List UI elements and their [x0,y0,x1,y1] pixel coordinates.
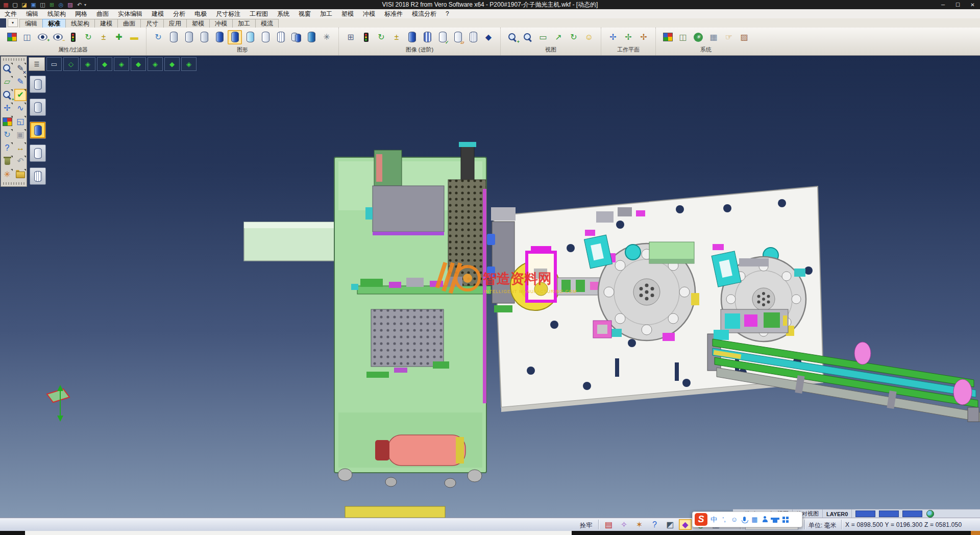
minimize-button[interactable]: ─ [936,0,950,9]
view-iso-2-icon[interactable]: ◈ [80,57,95,71]
annotate-cyl-icon[interactable]: ▱ [451,30,465,44]
sogou-logo-icon[interactable]: S [695,513,707,526]
palette-grip[interactable] [3,182,24,185]
ime-toolbox-icon[interactable] [781,515,789,525]
pick-wand-icon[interactable]: ✧ [618,519,630,530]
menu-item[interactable]: 视窗 [294,9,315,18]
taskbar-window-sliver[interactable] [25,531,572,535]
menu-item[interactable]: 模流分析 [407,9,441,18]
viewport-3d[interactable]: 智造资料网 INTELLIGENT MANUFACTURING.COM ☰▭◇◈… [0,55,980,519]
view-iso-6-icon[interactable]: ◈ [148,57,163,71]
coordinate-field-3[interactable] [902,510,922,517]
cad-model-scene[interactable]: 智造资料网 INTELLIGENT MANUFACTURING.COM [0,55,980,519]
shading-refresh-icon[interactable]: ↻ [151,30,165,44]
properties-view-icon[interactable]: ◫ [20,30,34,44]
shaded-edges-cyl-icon[interactable] [228,30,242,44]
menu-item[interactable]: 电极 [190,9,211,18]
solid-prism-icon[interactable]: ◆ [481,30,496,44]
regenerate-icon[interactable]: ↻ [1,129,13,141]
menu-item[interactable]: 标准件 [380,9,407,18]
tab-dimension[interactable]: 尺寸 [140,19,164,28]
select-filter-icon[interactable]: ☞ [722,30,736,44]
transparent-cyl-icon[interactable] [243,30,257,44]
tab-standard[interactable]: 标准 [42,19,66,28]
navigate-wheel-icon[interactable]: ✳ [1,168,13,181]
plusminus-cube-icon[interactable]: ± [389,30,404,44]
zoom-all-icon[interactable] [521,30,535,44]
solid-cube-icon[interactable]: ▣ [14,129,27,141]
dynamic-mode-icon[interactable]: ◆ [679,519,692,530]
tab-wireframe[interactable]: 线架构 [65,19,95,28]
menu-item[interactable]: 网格 [70,9,92,18]
menu-item[interactable]: 塑模 [337,9,358,18]
tab-modelling[interactable]: 建模 [94,19,118,28]
dm-wireframe-icon[interactable] [30,76,46,93]
dm-mesh-icon[interactable] [30,167,46,185]
measure-icon[interactable]: ↔ [14,142,27,154]
curve-edit-icon[interactable]: ✎ [14,76,27,88]
zoom-extents-icon[interactable]: + [1,89,13,101]
notes-icon[interactable]: ▤ [602,519,615,530]
layer-segment[interactable]: LAYER0 [823,509,852,518]
traffic-cubes-icon[interactable] [359,30,373,44]
hide-entities-icon[interactable]: − [51,30,65,44]
tab-machining[interactable]: 加工 [232,19,256,28]
workplane-view-icon[interactable]: ✢ [636,30,651,44]
menu-item[interactable]: 冲模 [358,9,380,18]
ime-emoji-icon[interactable]: ☺ [730,515,738,525]
lock-toggle[interactable]: 拴牢 [580,521,592,530]
ime-keyboard-icon[interactable]: ▦ [751,515,758,525]
tab-application[interactable]: 应用 [163,19,187,28]
export-grid-icon[interactable]: ⊞ [48,1,56,8]
coordinate-field-2[interactable] [879,510,899,517]
wireframe-cyl-icon[interactable] [166,30,181,44]
ghost-cyl-icon[interactable] [258,30,273,44]
spline-edit-icon[interactable]: ∿ [14,102,27,114]
menu-item[interactable]: 工程图 [245,9,273,18]
invert-visibility-icon[interactable]: ± [96,30,111,44]
menu-item[interactable]: 建模 [147,9,168,18]
view-iso-8-icon[interactable]: ◈ [181,57,197,71]
graphics-options-icon[interactable]: ✳ [320,30,334,44]
wireframe2-cyl-icon[interactable] [466,30,480,44]
ime-person-icon[interactable] [761,515,769,525]
striped-cyl-icon[interactable] [420,30,434,44]
hidden-line-cyl-icon[interactable] [182,30,196,44]
dashed-cyl-icon[interactable] [197,30,211,44]
erase-sketch-icon[interactable]: ✎✕ [14,62,27,75]
palette-grip[interactable] [3,58,24,61]
menu-item[interactable]: 系统 [273,9,294,18]
close-button[interactable]: ✕ [965,0,980,9]
menu-item[interactable]: 线架构 [43,9,70,18]
undo-icon[interactable]: ↶ [76,1,83,8]
menu-item[interactable]: ? [441,9,454,18]
menu-item[interactable]: 分析 [168,9,190,18]
view-shaded-icon[interactable]: ▭ [46,57,62,71]
ime-skin-icon[interactable] [771,515,779,525]
solid-view-cyl-icon[interactable] [405,30,419,44]
quick-access-dropdown-icon[interactable]: ▾ [84,3,86,7]
color-settings-icon[interactable] [660,30,675,44]
dm-ghost-icon[interactable] [30,144,46,162]
ime-punctuation-icon[interactable]: ’, [720,515,728,525]
workplane-xyz-icon[interactable]: ✢ [606,30,620,44]
dm-shaded-icon[interactable] [30,121,46,139]
image-icon[interactable]: ▨ [66,1,74,8]
open-file-icon[interactable]: ◪ [20,1,28,8]
menu-item[interactable]: 编辑 [21,9,43,18]
shaded-cyl-icon[interactable] [212,30,227,44]
print-icon[interactable]: ◫ [39,1,46,8]
undo-icon[interactable]: ↶ [14,155,27,167]
ime-mic-icon[interactable] [741,515,748,525]
delete-trash-icon[interactable] [1,155,13,167]
show-entities-icon[interactable]: + [35,30,50,44]
tab-mould[interactable]: 塑模 [186,19,210,28]
multi-cyl-icon[interactable] [289,30,303,44]
ime-mode-chinese[interactable]: 中 [710,515,718,525]
system-options-icon[interactable]: ✳ [691,30,705,44]
tab-flow[interactable]: 模流 [255,19,279,28]
verify-cyl-icon[interactable]: ✓ [435,30,450,44]
rotate-view-icon[interactable]: ↻ [567,30,581,44]
ucs-axes-icon[interactable]: ✢ [1,102,13,114]
render-mode-icon[interactable]: ☺ [582,30,596,44]
